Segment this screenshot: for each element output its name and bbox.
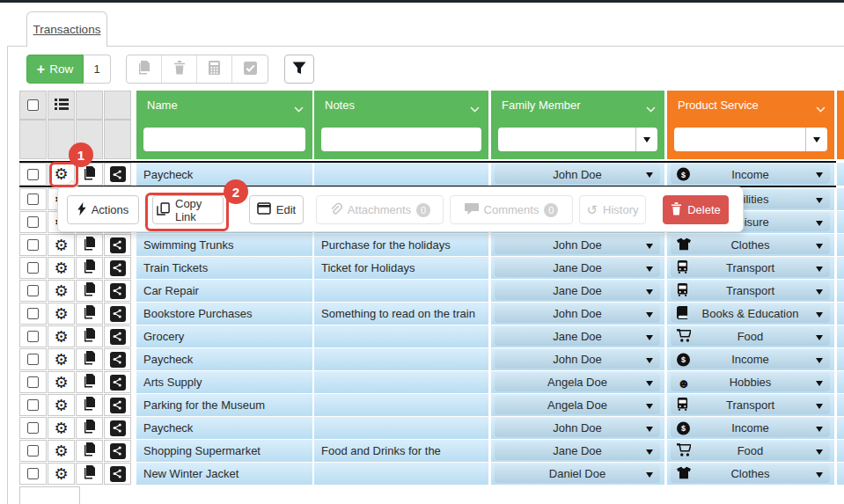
cell-notes[interactable] bbox=[314, 463, 488, 485]
product-service-dropdown[interactable]: Food bbox=[671, 442, 830, 460]
cell-notes[interactable] bbox=[314, 371, 488, 393]
row-select-cell[interactable] bbox=[19, 440, 47, 462]
row-duplicate-button[interactable] bbox=[76, 417, 103, 439]
row-settings-button[interactable]: ⚙ bbox=[48, 280, 75, 302]
row-duplicate-button[interactable] bbox=[76, 440, 103, 462]
row-checkbox[interactable] bbox=[27, 399, 39, 411]
row-share-button[interactable] bbox=[104, 280, 131, 302]
cell-name[interactable]: Grocery bbox=[136, 325, 312, 347]
row-select-cell[interactable] bbox=[19, 188, 47, 210]
row-checkbox[interactable] bbox=[27, 445, 39, 457]
cell-name[interactable]: New Winter Jacket bbox=[136, 463, 312, 485]
new-row-stub-cell[interactable] bbox=[19, 486, 80, 504]
row-checkbox[interactable] bbox=[27, 239, 39, 251]
cell-notes[interactable]: Ticket for Holidays bbox=[314, 257, 488, 279]
row-share-button[interactable] bbox=[104, 394, 131, 416]
cell-name[interactable]: Shopping Supermarket bbox=[136, 440, 312, 462]
product-service-dropdown[interactable]: $Income bbox=[671, 164, 830, 184]
cell-notes[interactable]: Something to read on the train bbox=[314, 303, 488, 325]
notes-filter-input[interactable] bbox=[321, 128, 481, 151]
row-settings-button[interactable]: ⚙ bbox=[48, 234, 75, 256]
row-count-field[interactable]: 1 bbox=[84, 55, 111, 84]
family-member-dropdown[interactable]: Jane Doe bbox=[495, 259, 660, 277]
row-duplicate-button[interactable] bbox=[76, 280, 103, 302]
family-member-dropdown[interactable]: John Doe bbox=[495, 350, 660, 369]
chevron-down-icon[interactable] bbox=[294, 102, 304, 115]
product-service-dropdown[interactable]: ☻Hobbies bbox=[671, 373, 830, 391]
cell-name[interactable]: Arts Supply bbox=[136, 371, 312, 393]
cell-notes[interactable] bbox=[314, 325, 488, 347]
row-duplicate-button[interactable] bbox=[76, 463, 103, 485]
product-service-dropdown[interactable]: $Income bbox=[671, 419, 830, 437]
product-service-dropdown[interactable]: Clothes bbox=[671, 464, 830, 483]
row-select-cell[interactable] bbox=[19, 211, 47, 233]
product-service-dropdown[interactable]: Transport bbox=[671, 259, 830, 277]
cell-notes[interactable]: Food and Drinks for the bbox=[314, 440, 488, 462]
name-filter-input[interactable] bbox=[143, 128, 305, 151]
row-checkbox[interactable] bbox=[27, 169, 39, 180]
add-row-button[interactable]: + Row bbox=[26, 55, 84, 84]
row-menu-header-cell[interactable] bbox=[48, 91, 75, 120]
column-header-name[interactable]: Name bbox=[136, 91, 312, 120]
family-member-dropdown[interactable]: John Doe bbox=[495, 236, 660, 254]
family-member-dropdown[interactable]: Jane Doe bbox=[495, 442, 660, 460]
cell-name[interactable]: Swimming Trunks bbox=[136, 234, 312, 256]
product-service-dropdown[interactable]: Transport bbox=[671, 396, 830, 414]
cell-notes[interactable] bbox=[314, 417, 488, 439]
cell-notes[interactable] bbox=[314, 163, 488, 186]
menu-item-actions[interactable]: Actions bbox=[67, 195, 139, 224]
tab-transactions[interactable]: Transactions bbox=[26, 11, 107, 47]
row-settings-button[interactable]: ⚙ bbox=[48, 417, 75, 439]
row-settings-button[interactable]: ⚙ bbox=[48, 348, 75, 370]
row-checkbox[interactable] bbox=[27, 376, 39, 388]
cell-notes[interactable] bbox=[314, 394, 488, 416]
duplicate-rows-button[interactable] bbox=[127, 55, 162, 83]
row-checkbox[interactable] bbox=[27, 422, 39, 434]
row-share-button[interactable] bbox=[104, 325, 131, 347]
select-all-checkbox[interactable] bbox=[27, 99, 39, 111]
row-settings-button[interactable]: ⚙ bbox=[48, 463, 75, 485]
row-share-button[interactable] bbox=[104, 417, 131, 439]
row-share-button[interactable] bbox=[104, 303, 131, 325]
cell-notes[interactable]: Purchase for the holidays bbox=[314, 234, 488, 256]
row-checkbox[interactable] bbox=[27, 262, 39, 274]
row-checkbox[interactable] bbox=[27, 194, 39, 205]
cell-name[interactable]: Paycheck bbox=[136, 417, 312, 439]
chevron-down-icon[interactable] bbox=[470, 102, 480, 115]
family-member-filter-select[interactable] bbox=[498, 128, 635, 151]
menu-item-edit[interactable]: Edit bbox=[249, 195, 304, 224]
row-share-button[interactable] bbox=[104, 163, 131, 186]
cell-name[interactable]: Paycheck bbox=[136, 163, 312, 186]
row-share-button[interactable] bbox=[104, 348, 131, 370]
cell-notes[interactable] bbox=[314, 280, 488, 302]
row-select-cell[interactable] bbox=[19, 348, 47, 370]
column-header-product-service[interactable]: Product Service bbox=[667, 91, 834, 120]
row-checkbox[interactable] bbox=[27, 354, 39, 365]
cell-name[interactable]: Parking for the Museum bbox=[136, 394, 312, 416]
row-select-cell[interactable] bbox=[19, 234, 47, 256]
row-select-cell[interactable] bbox=[19, 280, 47, 302]
select-all-header-cell[interactable] bbox=[19, 91, 47, 120]
row-checkbox[interactable] bbox=[27, 308, 39, 319]
chevron-down-icon[interactable] bbox=[646, 102, 656, 115]
filter-button[interactable] bbox=[284, 55, 314, 84]
row-select-cell[interactable] bbox=[19, 257, 47, 279]
family-member-dropdown[interactable]: John Doe bbox=[495, 419, 660, 437]
delete-rows-button[interactable] bbox=[162, 55, 197, 83]
dropdown-toggle[interactable] bbox=[635, 128, 657, 151]
row-share-button[interactable] bbox=[104, 371, 131, 393]
product-service-filter-select[interactable] bbox=[674, 128, 805, 151]
row-duplicate-button[interactable] bbox=[76, 303, 103, 325]
cell-notes[interactable] bbox=[314, 348, 488, 370]
row-duplicate-button[interactable] bbox=[76, 394, 103, 416]
row-select-cell[interactable] bbox=[19, 303, 47, 325]
family-member-dropdown[interactable]: John Doe bbox=[495, 304, 660, 323]
chevron-down-icon[interactable] bbox=[816, 102, 826, 115]
column-header-notes[interactable]: Notes bbox=[314, 91, 488, 120]
row-select-cell[interactable] bbox=[19, 463, 47, 485]
row-settings-button[interactable]: ⚙ bbox=[48, 371, 75, 393]
row-share-button[interactable] bbox=[104, 234, 131, 256]
row-duplicate-button[interactable] bbox=[76, 371, 103, 393]
product-service-dropdown[interactable]: Clothes bbox=[671, 236, 830, 254]
family-member-dropdown[interactable]: Angela Doe bbox=[495, 373, 660, 391]
